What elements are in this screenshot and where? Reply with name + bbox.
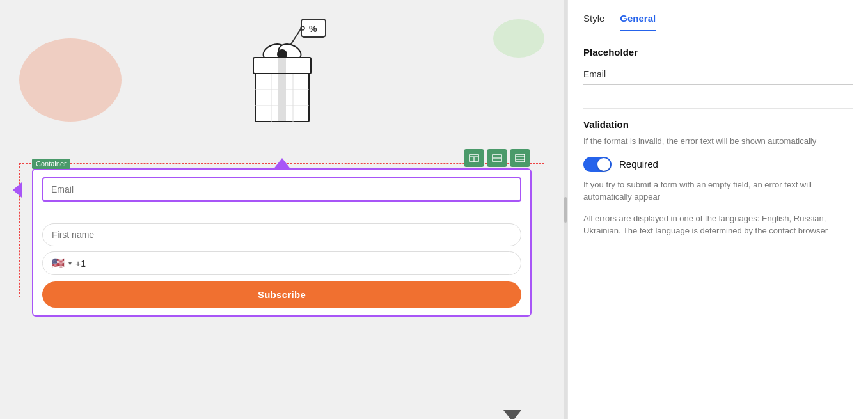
decorative-blob-1 [19,38,122,122]
phone-code: +1 [75,258,86,269]
container-label: Container [32,159,70,169]
firstname-input-wrapper[interactable] [42,223,521,246]
decorative-blob-2 [493,19,544,58]
form-toolbar[interactable] [464,149,530,167]
error-langs-desc: All errors are displayed in one of the l… [583,212,853,237]
required-toggle[interactable] [583,157,612,172]
toggle-knob [597,158,610,171]
placeholder-title: Placeholder [583,47,853,58]
phone-chevron-icon[interactable]: ▾ [68,260,72,267]
canvas-area: % Container [0,0,564,419]
firstname-input[interactable] [52,230,512,240]
placeholder-section: Placeholder [583,47,853,98]
format-invalid-desc: If the format is invalid, the error text… [583,135,853,148]
svg-rect-20 [516,154,525,162]
right-panel: Style General Placeholder Validation If … [567,0,868,419]
svg-rect-8 [278,58,286,74]
required-label: Required [619,159,658,170]
section-divider-1 [583,108,853,109]
down-arrow-handle[interactable] [503,410,521,419]
tab-general[interactable]: General [620,13,656,31]
panel-divider [564,0,567,419]
toolbar-icon-3[interactable] [510,149,530,167]
validation-section: Validation If the format is invalid, the… [583,119,853,237]
required-desc: If you try to submit a form with an empt… [583,178,853,203]
phone-input[interactable] [90,258,512,269]
svg-rect-10 [278,74,286,122]
panel-tabs: Style General [583,13,853,31]
svg-text:%: % [309,24,317,34]
flag-icon: 🇺🇸 [52,257,65,269]
tab-style[interactable]: Style [583,13,604,31]
required-toggle-row: Required [583,157,853,172]
validation-title: Validation [583,119,853,130]
up-arrow-handle[interactable] [273,158,291,170]
phone-input-wrapper[interactable]: 🇺🇸 ▾ +1 [42,251,521,275]
form-container: 🇺🇸 ▾ +1 Subscribe [32,168,532,317]
email-input-wrapper[interactable] [42,177,521,202]
toolbar-icon-1[interactable] [464,149,484,167]
left-arrow-handle[interactable] [13,182,22,198]
divider-handle [564,197,567,223]
placeholder-input[interactable] [583,64,853,85]
email-input[interactable] [51,184,512,194]
toolbar-icon-2[interactable] [487,149,507,167]
gift-illustration: % [218,13,346,156]
subscribe-button[interactable]: Subscribe [42,281,521,308]
